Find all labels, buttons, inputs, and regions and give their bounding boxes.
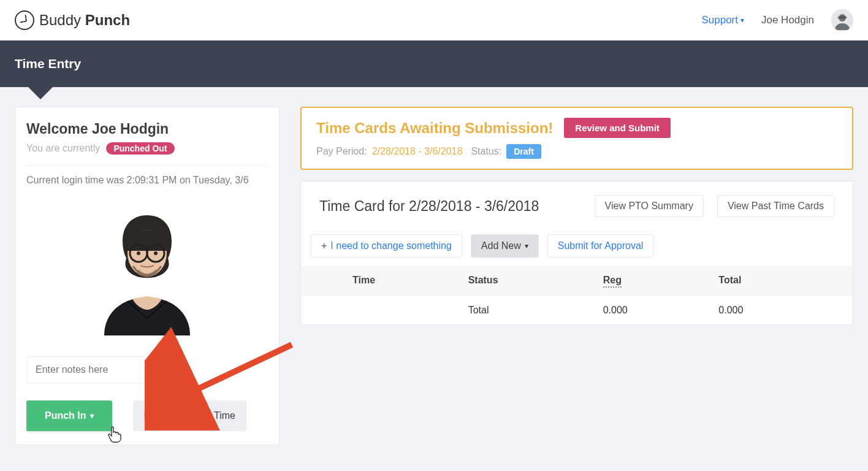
support-link[interactable]: Support ▾ [701,14,744,26]
brand-name-1: Buddy [39,12,81,28]
svg-point-8 [137,251,140,255]
svg-rect-2 [837,17,847,18]
avatar[interactable] [831,9,853,31]
avatar-icon [831,9,853,31]
svg-point-9 [154,251,158,255]
login-time-text: Current login time was 2:09:31 PM on Tue… [26,175,268,186]
status-badge: Punched Out [106,142,174,155]
page-header: Time Entry [0,40,868,87]
add-new-button[interactable]: Add New ▾ [471,234,539,258]
punch-in-label: Punch In [45,410,86,421]
total-reg: 0.000 [603,305,719,316]
notes-input[interactable] [26,356,186,383]
punch-card: Welcome Joe Hodgin You are currently Pun… [15,107,280,445]
review-submit-label: Review and Submit [575,123,660,133]
brand-name-2: Punch [85,12,130,28]
divider [26,166,268,166]
timecard-title: Time Card for 2/28/2018 - 3/6/2018 [319,198,539,215]
col-time: Time [319,275,468,288]
brand-text: Buddy Punch [39,12,130,29]
support-label: Support [701,14,738,26]
plus-icon: + [321,240,327,251]
alert-title: Time Cards Awaiting Submission! [316,120,553,137]
submit-label: Submit for Approval [558,240,644,251]
submit-approval-button[interactable]: Submit for Approval [547,234,654,258]
view-pto-label: View PTO Summary [605,201,693,211]
page-title: Time Entry [15,56,81,71]
view-pto-button[interactable]: View PTO Summary [595,195,704,217]
table-header-row: Time Status Reg Total [301,266,853,296]
col-total: Total [718,275,834,288]
submission-alert: Time Cards Awaiting Submission! Review a… [300,107,853,170]
change-something-button[interactable]: + I need to change something [311,234,462,258]
pay-period-range: 2/28/2018 - 3/6/2018 [372,146,463,157]
timecard-table: Time Status Reg Total Total 0.000 0.000 [301,266,853,324]
col-status: Status [468,275,603,288]
draft-badge: Draft [506,144,541,159]
profile-photo [80,199,215,335]
user-name[interactable]: Joe Hodgin [761,14,814,26]
change-label: I need to change something [330,240,451,251]
punch-in-edit-label: Punch In & Edit Time [144,410,235,421]
top-bar: Buddy Punch Support ▾ Joe Hodgin [0,0,868,40]
view-past-button[interactable]: View Past Time Cards [717,195,834,217]
punch-in-edit-button[interactable]: Punch In & Edit Time [133,400,246,431]
chevron-down-icon: ▾ [740,16,744,25]
chevron-down-icon: ▾ [525,242,528,250]
pay-period-label: Pay Period: [316,146,367,157]
timecard-panel: Time Card for 2/28/2018 - 3/6/2018 View … [300,181,853,325]
review-submit-button[interactable]: Review and Submit [564,118,671,138]
status-prefix: You are currently [26,143,100,154]
col-reg: Reg [603,275,719,288]
status-line: You are currently Punched Out [26,142,268,155]
tab-pointer-icon [27,86,54,99]
view-past-label: View Past Time Cards [728,201,824,211]
welcome-heading: Welcome Joe Hodgin [26,121,268,137]
clock-icon [15,10,34,30]
total-total: 0.000 [718,305,834,316]
table-total-row: Total 0.000 0.000 [301,296,853,324]
punch-in-button[interactable]: Punch In ▾ [26,400,112,431]
chevron-down-icon: ▾ [90,412,94,420]
brand-logo[interactable]: Buddy Punch [15,10,130,30]
total-label: Total [468,305,603,316]
add-new-label: Add New [481,240,521,251]
status-label: Status: [471,146,501,157]
